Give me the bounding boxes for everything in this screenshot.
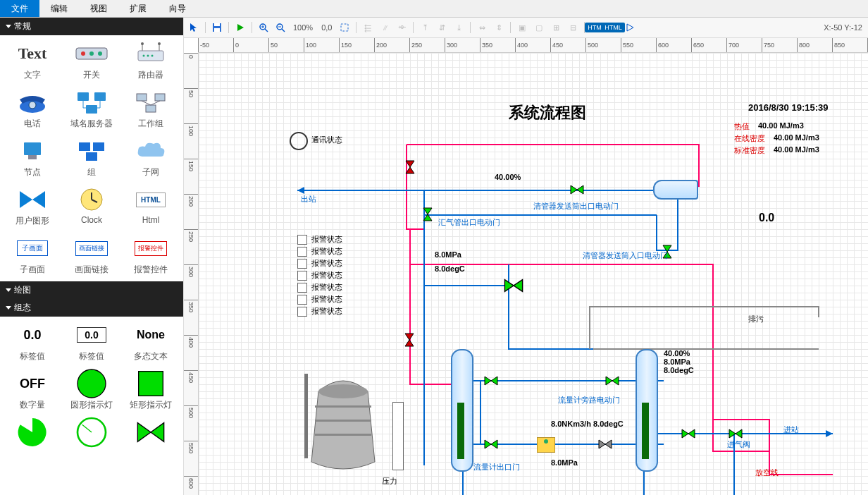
section-label: 绘图: [14, 284, 31, 296]
cooling-tower: [304, 370, 382, 476]
menu-ext[interactable]: 扩展: [118, 0, 158, 17]
canvas[interactable]: 系统流程图 2016/8/30 19:15:39 热值40.00 MJ/m3 在…: [199, 53, 868, 495]
ruler-vertical: 050100150200250300350400450500550600650: [184, 53, 199, 495]
flow-meter: [537, 437, 555, 453]
zoom-out-button[interactable]: [273, 20, 287, 35]
group-button[interactable]: ⊞: [549, 20, 563, 35]
pointer-tool[interactable]: [187, 20, 201, 35]
tagval-box-icon: 0.0: [75, 322, 108, 348]
menu-view[interactable]: 视图: [79, 0, 118, 17]
comm-status-icon: [290, 132, 308, 150]
alarm-state-label: 报警状态: [311, 294, 342, 305]
section-draw[interactable]: 绘图: [0, 281, 183, 299]
dns-icon: [75, 90, 108, 115]
pal-extra3[interactable]: [121, 420, 180, 445]
align-left-button[interactable]: ⬱: [361, 20, 375, 35]
valve: [484, 439, 498, 449]
zero-label: 0.0: [759, 212, 774, 224]
pal-subnet[interactable]: 子网: [121, 138, 180, 178]
drain-label: 放空线: [755, 468, 779, 478]
front-button[interactable]: ▣: [515, 20, 529, 35]
fl-out-label: 流量计出口门: [473, 462, 520, 472]
valve: [605, 376, 619, 386]
valve: [404, 333, 414, 347]
checkbox-icon[interactable]: [297, 247, 307, 257]
pal-router[interactable]: 路由器: [121, 41, 180, 81]
digital-icon: OFF: [16, 371, 49, 396]
ungroup-button[interactable]: ⊟: [566, 20, 580, 35]
align-center-button[interactable]: ⫽: [378, 20, 392, 35]
pal-multi[interactable]: None多态文本: [121, 322, 180, 362]
pal-tagval0[interactable]: 0.0标签值: [3, 322, 62, 362]
in-valve-label: 进气阀: [727, 439, 750, 450]
pig-receiver: [653, 180, 698, 200]
run-button[interactable]: [233, 20, 247, 35]
valve-small-icon: [134, 420, 168, 445]
align-bot-button[interactable]: ⤓: [452, 20, 466, 35]
zoom-in-button[interactable]: [256, 20, 271, 35]
qg-out-label: 清管器发送筒出口电动门: [533, 201, 619, 212]
pal-group[interactable]: 组: [62, 138, 121, 178]
pal-dns[interactable]: 域名服务器: [62, 90, 121, 130]
checkbox-icon[interactable]: [297, 283, 307, 293]
pal-extra2[interactable]: [62, 420, 121, 445]
svg-rect-47: [315, 420, 371, 422]
svg-rect-16: [86, 105, 97, 114]
select-all-button[interactable]: [337, 20, 352, 35]
align-top-button[interactable]: ⤒: [418, 20, 432, 35]
pal-lampc[interactable]: 圆形指示灯: [62, 371, 121, 411]
workgroup-icon: [134, 90, 168, 115]
valve: [484, 376, 498, 386]
align-right-button[interactable]: ⬲: [395, 20, 409, 35]
checkbox-icon[interactable]: [297, 271, 307, 281]
pal-extra1[interactable]: [3, 420, 62, 445]
menubar: 文件 编辑 视图 扩展 向导: [0, 0, 868, 18]
pal-clock[interactable]: Clock: [62, 187, 121, 227]
html-badge2[interactable]: HTML: [606, 20, 620, 35]
checkbox-icon[interactable]: [297, 235, 307, 245]
pal-switch[interactable]: 开关: [62, 41, 121, 81]
save-button[interactable]: [210, 20, 224, 35]
section-general[interactable]: 常规: [0, 18, 183, 35]
svg-line-38: [265, 29, 268, 32]
dist-v-button[interactable]: ⇕: [492, 20, 506, 35]
pal-lampr[interactable]: 矩形指示灯: [121, 371, 180, 411]
svg-rect-24: [79, 142, 90, 151]
pal-tagval1[interactable]: 0.0标签值: [62, 322, 121, 362]
alarm-state-label: 报警状态: [311, 270, 342, 281]
switch-icon: [75, 41, 108, 66]
fl-bypass-label: 流量计旁路电动门: [558, 395, 620, 405]
pal-node[interactable]: 节点: [3, 138, 62, 178]
text-icon: Text: [16, 41, 49, 66]
xy-readout: X:-50 Y:-12: [821, 23, 865, 32]
pal-text[interactable]: Text文字: [3, 41, 62, 81]
clock-icon: [75, 187, 108, 212]
pressure-label: 压力: [382, 476, 397, 487]
pressure-gauge: [392, 402, 404, 470]
readout-val: 40.00 MJ/m3: [774, 145, 819, 156]
svg-rect-14: [78, 92, 89, 101]
pal-workgrp[interactable]: 工作组: [121, 90, 180, 130]
svg-point-11: [151, 55, 154, 57]
svg-point-45: [318, 384, 368, 398]
play-out-button[interactable]: [623, 20, 637, 35]
back-button[interactable]: ▢: [532, 20, 546, 35]
align-mid-button[interactable]: ⇵: [435, 20, 449, 35]
checkbox-icon[interactable]: [297, 259, 307, 269]
pal-html[interactable]: HTMLHtml: [121, 187, 180, 227]
pal-pagelink[interactable]: 画面链接画面链接: [62, 236, 121, 276]
pal-subframe[interactable]: 子画面子画面: [3, 236, 62, 276]
section-config[interactable]: 组态: [0, 299, 183, 317]
checkbox-icon[interactable]: [297, 307, 307, 317]
menu-wiz[interactable]: 向导: [158, 0, 197, 17]
tagval-icon: 0.0: [16, 322, 49, 348]
dist-h-button[interactable]: ⇔: [475, 20, 489, 35]
pal-alarm[interactable]: 报警控件报警控件: [121, 236, 180, 276]
pal-usergfx[interactable]: 用户图形: [3, 187, 62, 227]
menu-edit[interactable]: 编辑: [39, 0, 79, 17]
hq-out-label: 汇气管出口电动门: [438, 217, 500, 228]
pal-phone[interactable]: 电话: [3, 90, 62, 130]
checkbox-icon[interactable]: [297, 295, 307, 305]
pal-digital[interactable]: OFF数字量: [3, 371, 62, 411]
menu-file[interactable]: 文件: [0, 0, 39, 17]
